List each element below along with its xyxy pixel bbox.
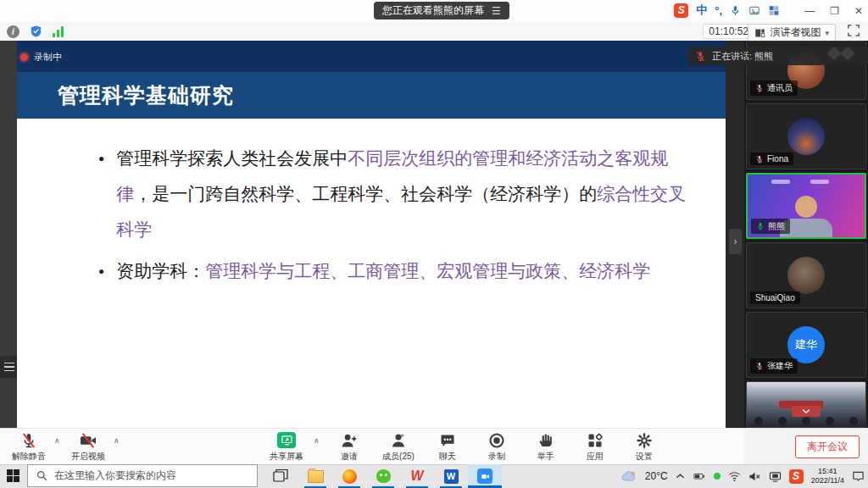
bullet-marker: ● xyxy=(98,141,104,247)
participant-tile[interactable]: 建华张建华 xyxy=(746,312,866,378)
toolbar-button-label: 成员(25) xyxy=(382,451,415,463)
members-icon xyxy=(390,431,407,449)
meeting-watermark xyxy=(829,48,853,58)
toolbar-button-members[interactable]: 成员(25) xyxy=(376,431,420,463)
person-head xyxy=(795,196,817,218)
minimize-button[interactable]: — xyxy=(804,5,815,17)
chevron-up-icon[interactable]: ∧ xyxy=(54,436,63,445)
toolbar-button-chat[interactable]: 聊天 xyxy=(426,431,470,463)
leave-meeting-button[interactable]: 离开会议 xyxy=(795,435,860,458)
battery-icon[interactable] xyxy=(693,470,706,482)
toolbar-button-label: 录制 xyxy=(488,451,505,463)
view-mode-button[interactable]: 演讲者视图 ▾ xyxy=(748,24,836,42)
recording-dot-icon xyxy=(20,53,28,61)
fullscreen-button[interactable] xyxy=(848,25,860,36)
chevron-down-icon: ▾ xyxy=(825,29,829,37)
toolbar-button-camera-muted[interactable]: 开启视频 xyxy=(66,431,110,463)
participant-tile[interactable] xyxy=(746,381,866,428)
slide-title-banner: 管理科学基础研究 xyxy=(17,72,726,119)
security-shield-icon[interactable] xyxy=(30,25,42,38)
toolbar-center-group: 共享屏幕∧邀请成员(25)聊天录制举手应用设置 xyxy=(264,431,666,463)
toolbar-button-label: 解除静音 xyxy=(12,451,46,463)
taskbar-app-wps[interactable]: W xyxy=(400,464,434,488)
taskbar-app-wechat[interactable] xyxy=(366,464,400,488)
participant-tile[interactable]: 熊熊 xyxy=(746,173,866,239)
ime-toolbox-icon[interactable] xyxy=(768,5,780,16)
action-center-icon[interactable] xyxy=(852,470,865,482)
taskbar-search-input[interactable]: 在这里输入你要搜索的内容 xyxy=(27,464,258,487)
weather-temperature[interactable]: 20°C xyxy=(645,470,668,482)
wifi-icon[interactable] xyxy=(728,471,741,482)
participant-name: ShuaiQiao xyxy=(755,293,795,302)
toolbar-button-label: 举手 xyxy=(537,451,554,463)
bullet-text: 资助学科：管理科学与工程、工商管理、宏观管理与政策、经济科学 xyxy=(116,253,650,289)
taskbar-app-meeting[interactable] xyxy=(468,464,502,488)
display-connect-icon[interactable] xyxy=(769,471,782,482)
volume-muted-icon[interactable] xyxy=(748,471,761,482)
network-signal-icon[interactable] xyxy=(53,26,64,37)
clock-time: 15:41 xyxy=(811,467,844,476)
banner-menu-icon[interactable]: ☰ xyxy=(492,5,501,17)
meeting-info-icon[interactable]: i xyxy=(7,25,19,38)
ime-punctuation-indicator[interactable]: °, xyxy=(715,4,722,17)
mic-muted-icon xyxy=(755,84,764,92)
taskbar-app-row: WW xyxy=(298,464,502,488)
tray-chevron-up-icon[interactable] xyxy=(676,473,685,480)
weather-cloud-icon[interactable] xyxy=(620,469,637,483)
participant-name-tag: Fiona xyxy=(750,152,793,165)
record-icon xyxy=(488,431,505,449)
taskbar-app-word[interactable]: W xyxy=(434,464,468,488)
toolbar-button-label: 邀请 xyxy=(341,451,358,463)
toolbar-button-settings[interactable]: 设置 xyxy=(622,431,666,463)
chevron-up-icon[interactable]: ∧ xyxy=(114,436,122,445)
mic-muted-icon xyxy=(755,362,764,370)
toolbar-button-raise-hand[interactable]: 举手 xyxy=(524,431,568,463)
firefox-icon xyxy=(342,469,357,484)
sogou-tray-icon[interactable]: S xyxy=(789,469,804,484)
toolbar-button-apps[interactable]: 应用 xyxy=(573,431,617,463)
chat-icon xyxy=(439,431,456,449)
file-explorer-icon xyxy=(308,470,324,483)
toolbar-right-section: 离开会议 xyxy=(744,428,868,465)
toolbar-button-label: 设置 xyxy=(636,451,653,463)
panel-collapse-handle[interactable]: › xyxy=(729,229,742,254)
collapse-tiles-button[interactable] xyxy=(792,406,821,417)
search-icon xyxy=(36,470,47,481)
ime-skin-icon[interactable] xyxy=(748,5,760,16)
toolbar-button-record[interactable]: 录制 xyxy=(475,431,519,463)
toolbar-button-share-screen[interactable]: 共享屏幕 xyxy=(264,431,309,463)
restore-button[interactable]: ❐ xyxy=(830,5,839,17)
ime-lang-indicator[interactable]: 中 xyxy=(696,3,707,18)
app-status-dot-icon[interactable] xyxy=(714,473,721,480)
toolbar-button-label: 应用 xyxy=(587,451,604,463)
view-mode-icon xyxy=(754,28,765,38)
mic-muted-icon xyxy=(755,155,764,164)
participant-tile[interactable]: Fiona xyxy=(746,103,866,169)
slide-title: 管理科学基础研究 xyxy=(17,81,234,109)
taskbar-app-firefox[interactable] xyxy=(332,464,366,488)
toolbar-button-mic-muted[interactable]: 解除静音 xyxy=(7,431,51,463)
chevron-up-icon[interactable]: ∧ xyxy=(314,436,322,445)
sogou-ime-icon[interactable]: S xyxy=(674,3,688,18)
wechat-icon xyxy=(376,469,391,483)
start-button[interactable] xyxy=(7,469,19,482)
clock-date: 2022/11/4 xyxy=(811,476,844,485)
text-segment: 资助学科： xyxy=(116,261,205,280)
slide-bullet: ●管理科学探索人类社会发展中不同层次组织的管理和经济活动之客观规律，是一门跨自然… xyxy=(98,141,692,247)
participant-tile[interactable]: ShuaiQiao xyxy=(746,242,866,308)
settings-icon xyxy=(636,431,653,449)
window-controls: — ❐ ✕ xyxy=(804,0,863,22)
speaking-now-label: 正在讲话: 熊熊 xyxy=(712,50,773,63)
toolbar-button-label: 共享屏幕 xyxy=(270,451,303,463)
close-button[interactable]: ✕ xyxy=(854,5,863,17)
watching-screen-text: 您正在观看熊熊的屏幕 xyxy=(382,3,484,18)
share-screen-icon xyxy=(277,431,296,449)
participant-name: Fiona xyxy=(767,154,788,164)
taskbar-clock[interactable]: 15:41 2022/11/4 xyxy=(811,467,844,485)
text-segment: 管理科学探索人类社会发展中 xyxy=(116,148,348,168)
wps-icon: W xyxy=(410,469,423,484)
taskbar-app-explorer[interactable] xyxy=(298,464,332,488)
task-view-button[interactable] xyxy=(273,469,288,483)
toolbar-button-invite[interactable]: 邀请 xyxy=(327,431,371,463)
ime-voice-icon[interactable] xyxy=(730,5,741,16)
